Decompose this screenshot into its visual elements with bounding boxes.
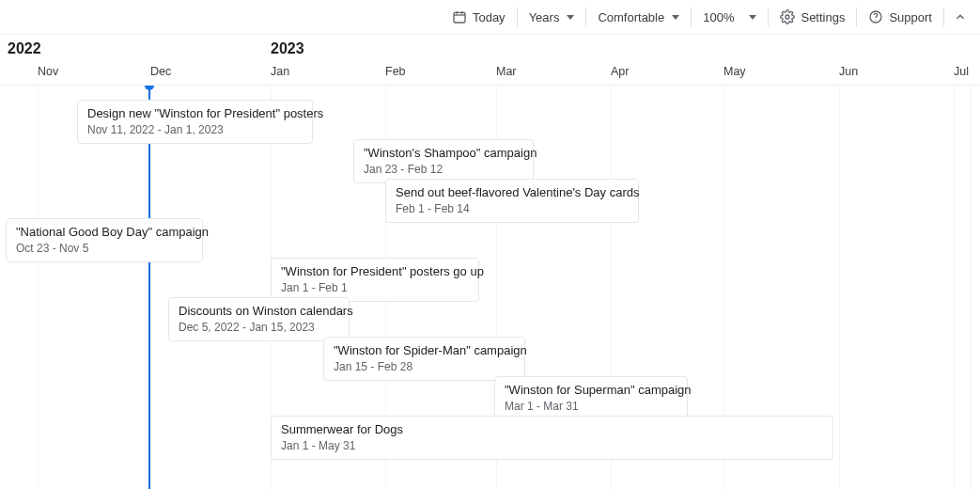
support-button[interactable]: Support (859, 4, 941, 30)
gridline (954, 86, 955, 489)
event-title: Design new "Winston for President" poste… (87, 105, 303, 122)
event-dates: Jan 1 - Feb 1 (281, 280, 469, 295)
event-title: "Winston for President" posters go up (281, 263, 469, 280)
timeline-event-superman[interactable]: "Winston for Superman" campaignMar 1 - M… (494, 376, 688, 420)
event-dates: Nov 11, 2022 - Jan 1, 2023 (87, 122, 303, 137)
event-dates: Jan 15 - Feb 28 (334, 359, 515, 374)
month-label: Jan (271, 65, 289, 78)
month-label: Mar (496, 65, 517, 78)
separator (517, 8, 518, 26)
event-title: "Winston for Spider-Man" campaign (334, 342, 515, 359)
separator (585, 8, 586, 26)
gear-icon (780, 9, 795, 24)
svg-rect-0 (454, 12, 465, 23)
scale-dropdown[interactable]: Years (520, 4, 584, 30)
timeline-chart[interactable]: Design new "Winston for President" poste… (0, 86, 980, 489)
gridline (839, 86, 840, 489)
month-label: Apr (611, 65, 629, 78)
density-dropdown[interactable]: Comfortable (588, 4, 689, 30)
month-label: Jul (954, 65, 969, 78)
year-label: 2023 (271, 40, 304, 57)
event-dates: Jan 1 - May 31 (281, 438, 823, 453)
event-title: "Winston's Shampoo" campaign (364, 145, 523, 162)
gridline (38, 86, 39, 489)
help-icon (868, 9, 883, 24)
gridline (150, 86, 151, 489)
timeline-event-summerwear[interactable]: Summerwear for DogsJan 1 - May 31 (271, 416, 833, 460)
zoom-dropdown[interactable]: 100% (693, 4, 766, 30)
today-button[interactable]: Today (443, 4, 515, 30)
event-dates: Mar 1 - Mar 31 (505, 399, 677, 414)
month-label: Nov (38, 65, 58, 78)
timeline-event-valentine[interactable]: Send out beef-flavored Valentine's Day c… (385, 179, 639, 223)
year-label: 2022 (8, 40, 41, 57)
month-label: Jun (839, 65, 858, 78)
chevron-down-icon (567, 15, 574, 20)
today-line (148, 86, 150, 489)
timeline-event-calendars[interactable]: Discounts on Winston calendarsDec 5, 202… (168, 297, 350, 341)
support-label: Support (889, 10, 932, 24)
svg-point-4 (786, 15, 789, 19)
event-dates: Feb 1 - Feb 14 (396, 201, 629, 216)
separator (943, 8, 944, 26)
today-marker (145, 86, 154, 90)
calendar-icon (452, 9, 467, 24)
event-title: Send out beef-flavored Valentine's Day c… (396, 184, 629, 201)
timeline-event-shampoo[interactable]: "Winston's Shampoo" campaignJan 23 - Feb… (353, 139, 534, 183)
settings-label: Settings (801, 10, 845, 24)
event-title: "Winston for Superman" campaign (505, 382, 677, 399)
separator (856, 8, 857, 26)
event-dates: Jan 23 - Feb 12 (364, 162, 523, 177)
event-title: Summerwear for Dogs (281, 421, 823, 438)
zoom-label: 100% (703, 10, 734, 24)
event-dates: Dec 5, 2022 - Jan 15, 2023 (179, 320, 339, 335)
month-label: May (723, 65, 746, 78)
event-dates: Oct 23 - Nov 5 (16, 241, 193, 256)
event-title: Discounts on Winston calendars (179, 303, 339, 320)
month-label: Feb (385, 65, 406, 78)
settings-button[interactable]: Settings (770, 4, 854, 30)
chevron-up-icon (954, 10, 967, 24)
separator (691, 8, 692, 26)
timeline-event-posters-go-up[interactable]: "Winston for President" posters go upJan… (271, 258, 479, 302)
scale-label: Years (529, 10, 560, 24)
timeline-event-design-posters[interactable]: Design new "Winston for President" poste… (77, 100, 313, 144)
month-label: Dec (150, 65, 171, 78)
density-label: Comfortable (598, 10, 664, 24)
today-label: Today (473, 10, 506, 24)
chevron-down-icon (672, 15, 679, 20)
svg-point-6 (876, 20, 877, 21)
right-gutter (971, 86, 980, 489)
timeline-header: 20222023NovDecJanFebMarJunAprMayJul (0, 34, 980, 86)
toolbar: Today Years Comfortable 100% Settings (0, 0, 980, 34)
timeline-event-spider-man[interactable]: "Winston for Spider-Man" campaignJan 15 … (323, 337, 525, 381)
event-title: "National Good Boy Day" campaign (16, 224, 193, 241)
separator (768, 8, 769, 26)
collapse-button[interactable] (946, 4, 974, 30)
timeline-event-good-boy[interactable]: "National Good Boy Day" campaignOct 23 -… (6, 218, 203, 262)
chevron-down-icon (749, 15, 756, 20)
